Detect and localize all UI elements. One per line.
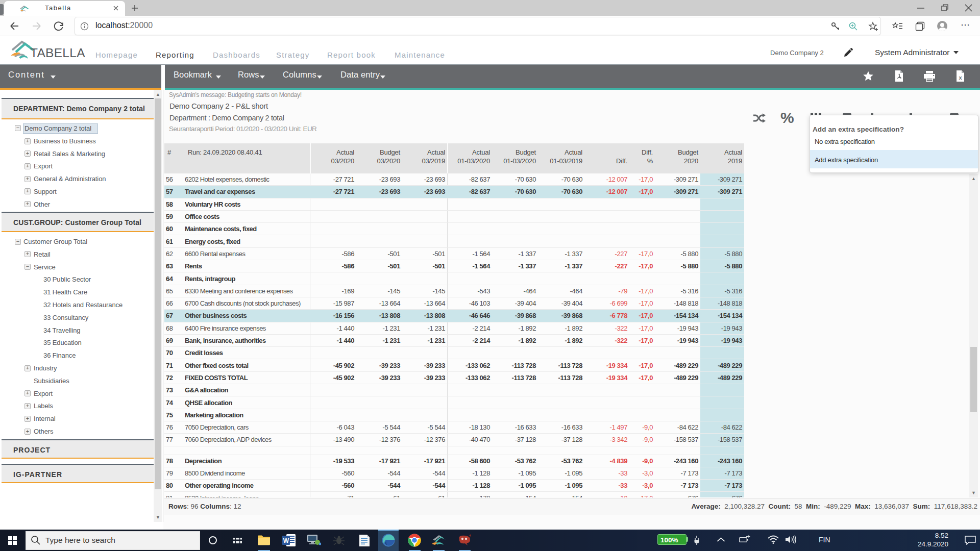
svg-text:W: W bbox=[283, 537, 289, 544]
svg-text:x: x bbox=[959, 74, 962, 81]
